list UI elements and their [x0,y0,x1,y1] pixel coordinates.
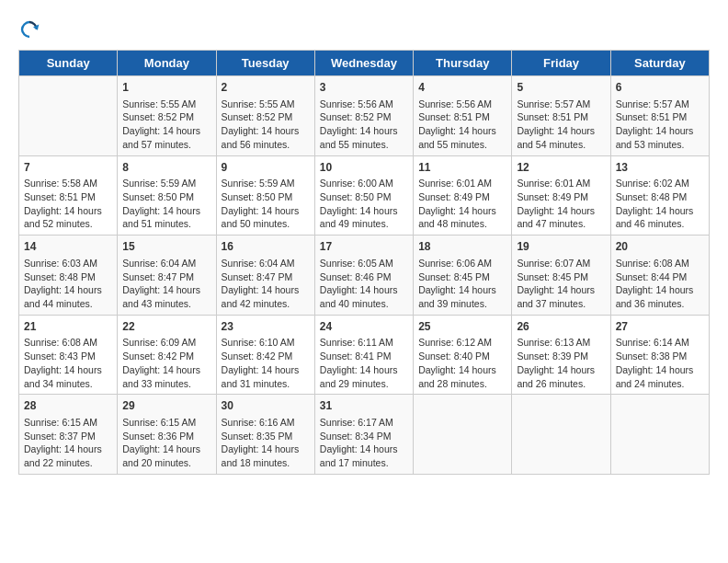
cell-content-line: Sunset: 8:47 PM [122,270,210,284]
day-number: 4 [418,80,506,96]
cell-content-line: Sunrise: 6:04 AM [122,257,210,270]
day-number: 21 [24,319,112,335]
day-number: 12 [517,160,605,176]
cell-content-line: and 47 minutes. [517,217,605,231]
cell-content-line: Sunset: 8:52 PM [320,110,408,124]
day-number: 27 [616,319,704,335]
cell-content-line: and 33 minutes. [122,377,210,391]
day-number: 19 [517,239,605,255]
cell-content-line: Sunset: 8:40 PM [418,350,506,363]
cell-content-line: Sunrise: 6:04 AM [222,257,310,270]
day-number: 9 [222,160,310,176]
cell-content-line: Sunset: 8:44 PM [616,270,704,284]
day-header-thursday: Thursday [414,51,512,76]
cell-content-line: Sunset: 8:52 PM [222,110,310,124]
cell-content-line: Daylight: 14 hours [222,442,310,456]
cell-content-line: Daylight: 14 hours [24,363,112,377]
calendar-cell: 16Sunrise: 6:04 AMSunset: 8:47 PMDayligh… [216,236,314,316]
cell-content-line: Daylight: 14 hours [517,283,605,297]
day-number: 15 [122,239,210,255]
cell-content-line: Sunset: 8:50 PM [222,190,310,204]
cell-content-line: Sunrise: 6:01 AM [418,177,506,190]
cell-content-line: Daylight: 14 hours [222,204,310,218]
cell-content-line: and 54 minutes. [517,138,605,152]
day-number: 1 [122,80,210,96]
cell-content-line: and 55 minutes. [418,138,506,152]
week-row-4: 28Sunrise: 6:15 AMSunset: 8:37 PMDayligh… [19,395,710,475]
cell-content-line: Sunset: 8:35 PM [222,430,310,443]
cell-content-line: Daylight: 14 hours [122,204,210,218]
cell-content-line: Sunset: 8:34 PM [320,430,408,443]
day-number: 6 [616,80,704,96]
cell-content-line: Daylight: 14 hours [517,124,605,138]
logo-icon [18,18,40,40]
logo [18,18,42,40]
day-number: 11 [418,160,506,176]
cell-content-line: Sunset: 8:51 PM [517,110,605,124]
day-header-wednesday: Wednesday [314,51,413,76]
calendar-cell [512,395,610,475]
calendar-cell: 24Sunrise: 6:11 AMSunset: 8:41 PMDayligh… [314,315,413,395]
cell-content-line: Daylight: 14 hours [418,283,506,297]
calendar-cell: 9Sunrise: 5:59 AMSunset: 8:50 PMDaylight… [216,155,314,236]
cell-content-line: and 29 minutes. [320,377,408,391]
cell-content-line: Sunset: 8:51 PM [418,110,506,124]
cell-content-line: and 39 minutes. [418,297,506,311]
cell-content-line: Sunset: 8:50 PM [320,190,408,204]
calendar-cell: 19Sunrise: 6:07 AMSunset: 8:45 PMDayligh… [512,236,610,316]
cell-content-line: and 20 minutes. [122,456,210,470]
cell-content-line: and 52 minutes. [24,217,112,231]
cell-content-line: and 17 minutes. [320,456,408,470]
calendar-cell: 27Sunrise: 6:14 AMSunset: 8:38 PMDayligh… [610,315,709,395]
calendar-cell: 17Sunrise: 6:05 AMSunset: 8:46 PMDayligh… [314,236,413,316]
calendar-cell: 18Sunrise: 6:06 AMSunset: 8:45 PMDayligh… [414,236,512,316]
calendar-cell: 3Sunrise: 5:56 AMSunset: 8:52 PMDaylight… [314,76,413,156]
cell-content-line: and 53 minutes. [616,138,704,152]
cell-content-line: Sunrise: 6:01 AM [517,177,605,190]
cell-content-line: Sunset: 8:51 PM [24,190,112,204]
cell-content-line: Daylight: 14 hours [222,283,310,297]
day-number: 22 [122,319,210,335]
cell-content-line: Sunrise: 5:57 AM [517,98,605,111]
cell-content-line: Sunrise: 6:03 AM [24,257,112,270]
cell-content-line: and 43 minutes. [122,297,210,311]
cell-content-line: Daylight: 14 hours [222,124,310,138]
cell-content-line: Sunset: 8:41 PM [320,350,408,363]
cell-content-line: Sunset: 8:48 PM [616,190,704,204]
calendar-cell: 7Sunrise: 5:58 AMSunset: 8:51 PMDaylight… [19,155,118,236]
cell-content-line: Daylight: 14 hours [24,204,112,218]
cell-content-line: Daylight: 14 hours [418,204,506,218]
calendar-cell: 2Sunrise: 5:55 AMSunset: 8:52 PMDaylight… [216,76,314,156]
cell-content-line: and 55 minutes. [320,138,408,152]
day-number: 17 [320,239,408,255]
day-number: 23 [222,319,310,335]
cell-content-line: Sunset: 8:39 PM [517,350,605,363]
calendar-cell: 13Sunrise: 6:02 AMSunset: 8:48 PMDayligh… [610,155,709,236]
day-number: 7 [24,160,112,176]
cell-content-line: Sunrise: 6:12 AM [418,336,506,350]
cell-content-line: Sunset: 8:37 PM [24,430,112,443]
cell-content-line: Sunset: 8:49 PM [418,190,506,204]
calendar-cell: 28Sunrise: 6:15 AMSunset: 8:37 PMDayligh… [19,395,118,475]
day-number: 14 [24,239,112,255]
cell-content-line: Sunrise: 6:09 AM [122,336,210,350]
calendar-cell: 23Sunrise: 6:10 AMSunset: 8:42 PMDayligh… [216,315,314,395]
day-header-saturday: Saturday [610,51,709,76]
calendar-cell: 5Sunrise: 5:57 AMSunset: 8:51 PMDaylight… [512,76,610,156]
cell-content-line: Daylight: 14 hours [24,283,112,297]
cell-content-line: Daylight: 14 hours [320,442,408,456]
cell-content-line: and 18 minutes. [222,456,310,470]
cell-content-line: and 34 minutes. [24,377,112,391]
cell-content-line: and 56 minutes. [222,138,310,152]
cell-content-line: and 22 minutes. [24,456,112,470]
cell-content-line: Daylight: 14 hours [616,283,704,297]
week-row-2: 14Sunrise: 6:03 AMSunset: 8:48 PMDayligh… [19,236,710,316]
cell-content-line: Sunrise: 6:17 AM [320,416,408,430]
cell-content-line: Sunset: 8:49 PM [517,190,605,204]
cell-content-line: Daylight: 14 hours [616,124,704,138]
cell-content-line: and 28 minutes. [418,377,506,391]
calendar-cell: 11Sunrise: 6:01 AMSunset: 8:49 PMDayligh… [414,155,512,236]
day-number: 31 [320,398,408,414]
cell-content-line: Sunrise: 6:15 AM [122,416,210,430]
day-number: 25 [418,319,506,335]
